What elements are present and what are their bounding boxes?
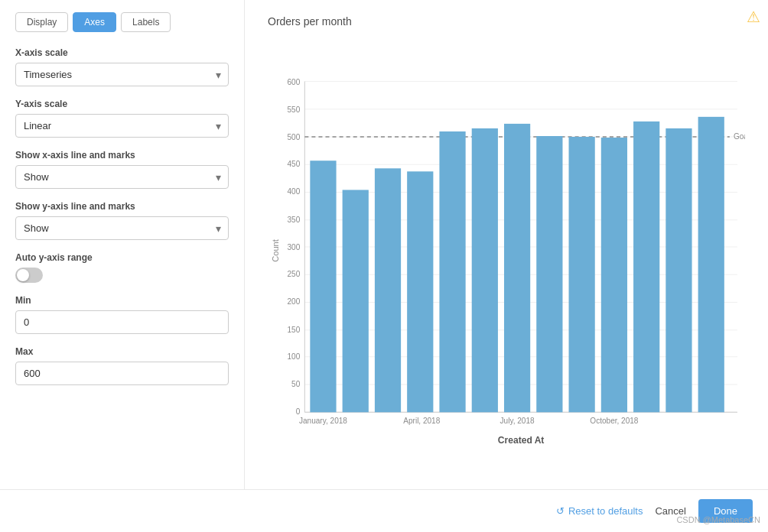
auto-yaxis-toggle[interactable] [15, 268, 43, 283]
svg-text:450: 450 [288, 160, 301, 168]
bar-feb2018 [343, 190, 369, 412]
yaxis-select-wrapper: Linear Log Power [15, 114, 229, 138]
svg-text:0: 0 [296, 407, 301, 416]
warning-icon: ⚠ [747, 8, 760, 26]
svg-text:600: 600 [288, 78, 301, 86]
yaxis-select[interactable]: Linear Log Power [15, 114, 229, 138]
reset-icon: ↺ [556, 505, 565, 517]
yaxis-label: Y-axis scale [15, 99, 229, 109]
svg-text:250: 250 [288, 270, 301, 278]
max-label: Max [15, 346, 229, 357]
svg-text:400: 400 [288, 187, 301, 196]
bar-chart: 0 50 100 150 200 250 300 350 400 450 500… [268, 35, 745, 474]
xaxis-select-wrapper: Timeseries Linear Ordinal [15, 63, 229, 86]
bar-jan2019 [698, 117, 724, 412]
max-input[interactable] [15, 362, 229, 385]
svg-text:300: 300 [288, 243, 301, 251]
bar-apr2018 [407, 171, 433, 412]
x-tick-apr2018: April, 2018 [403, 417, 440, 425]
chart-area: ⚠ Orders per month 0 50 100 150 200 [245, 0, 768, 489]
x-tick-jul2018: July, 2018 [500, 417, 535, 425]
min-group: Min [15, 295, 229, 334]
auto-yaxis-label: Auto y-axis range [15, 252, 229, 263]
min-label: Min [15, 295, 229, 306]
show-xaxis-select[interactable]: Show Hide [15, 165, 229, 189]
show-yaxis-select[interactable]: Show Hide [15, 216, 229, 240]
svg-text:150: 150 [288, 326, 301, 334]
y-axis-title: Count [271, 239, 280, 262]
xaxis-group: X-axis scale Timeseries Linear Ordinal [15, 47, 229, 86]
chart-title: Orders per month [268, 15, 745, 28]
show-xaxis-group: Show x-axis line and marks Show Hide [15, 150, 229, 189]
bar-nov2018 [633, 122, 659, 412]
tab-bar: Display Axes Labels [15, 12, 229, 32]
content-area: Display Axes Labels X-axis scale Timeser… [0, 0, 768, 489]
x-axis-title: Created At [498, 435, 545, 446]
yaxis-group: Y-axis scale Linear Log Power [15, 99, 229, 138]
x-tick-jan2018: January, 2018 [299, 417, 347, 425]
svg-text:100: 100 [288, 352, 301, 361]
show-yaxis-group: Show y-axis line and marks Show Hide [15, 201, 229, 240]
footer: ↺ Reset to defaults Cancel Done [0, 489, 768, 532]
chart-container: 0 50 100 150 200 250 300 350 400 450 500… [268, 35, 745, 474]
bar-aug2018 [536, 136, 562, 412]
show-xaxis-label: Show x-axis line and marks [15, 150, 229, 161]
tab-labels[interactable]: Labels [121, 12, 171, 32]
y-axis-labels: 0 50 100 150 200 250 300 350 400 450 500… [288, 78, 301, 417]
xaxis-select[interactable]: Timeseries Linear Ordinal [15, 63, 229, 86]
max-group: Max [15, 346, 229, 385]
bar-jan2018 [310, 161, 336, 412]
tab-display[interactable]: Display [15, 12, 68, 32]
bar-dec2018 [665, 128, 692, 412]
svg-text:200: 200 [288, 297, 301, 306]
goal-label: Goal [734, 132, 745, 141]
main-container: Display Axes Labels X-axis scale Timeser… [0, 0, 768, 532]
xaxis-label: X-axis scale [15, 47, 229, 58]
tab-axes[interactable]: Axes [73, 12, 116, 32]
svg-text:550: 550 [288, 105, 301, 114]
show-yaxis-select-wrapper: Show Hide [15, 216, 229, 240]
bar-jul2018 [504, 124, 530, 412]
x-tick-oct2018: October, 2018 [590, 417, 639, 425]
watermark: CSDN @MetabaseCN [676, 515, 760, 524]
show-xaxis-select-wrapper: Show Hide [15, 165, 229, 189]
reset-label: Reset to defaults [568, 505, 643, 517]
bar-jun2018 [472, 128, 498, 412]
bar-mar2018 [375, 168, 401, 412]
svg-text:350: 350 [288, 216, 301, 224]
reset-button[interactable]: ↺ Reset to defaults [556, 505, 643, 517]
auto-yaxis-toggle-row [15, 268, 229, 283]
bar-may2018 [439, 131, 465, 412]
bar-sep2018 [569, 137, 595, 412]
svg-text:50: 50 [291, 380, 301, 388]
left-panel: Display Axes Labels X-axis scale Timeser… [0, 0, 245, 489]
min-input[interactable] [15, 310, 229, 334]
show-yaxis-label: Show y-axis line and marks [15, 201, 229, 212]
auto-yaxis-group: Auto y-axis range [15, 252, 229, 283]
bar-oct2018 [601, 138, 627, 412]
svg-text:500: 500 [288, 133, 301, 141]
